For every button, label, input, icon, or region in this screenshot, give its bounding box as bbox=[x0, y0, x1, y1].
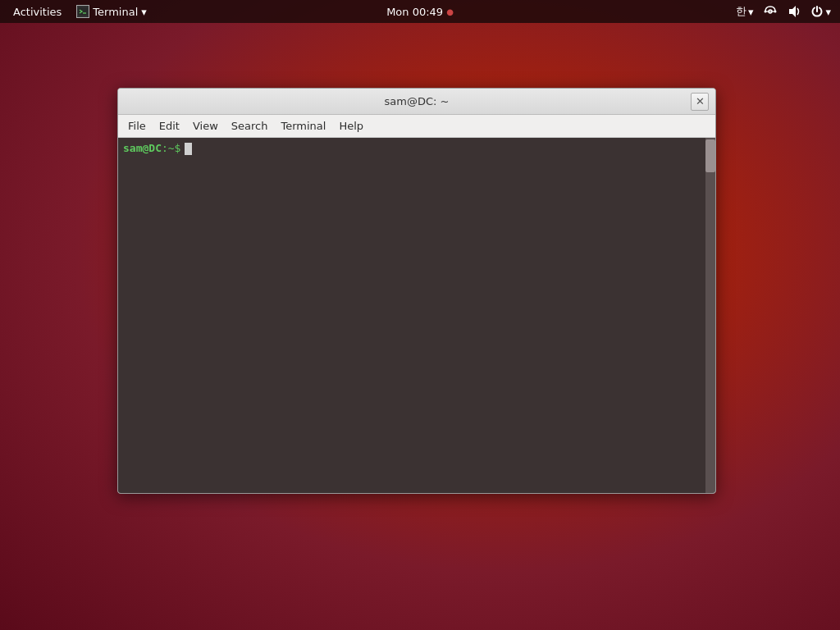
network-button[interactable] bbox=[760, 5, 780, 18]
terminal-body[interactable]: sam@DC :~$ bbox=[118, 138, 715, 493]
power-button[interactable]: ▾ bbox=[808, 5, 833, 18]
svg-marker-6 bbox=[789, 6, 796, 17]
prompt-path: :~$ bbox=[162, 141, 180, 156]
activities-button[interactable]: Activities bbox=[7, 0, 68, 23]
terminal-menubar: File Edit View Search Terminal Help bbox=[118, 115, 715, 138]
clock-display: Mon 00:49 bbox=[386, 6, 443, 18]
app-menu-label: Terminal bbox=[93, 6, 138, 18]
app-menu-button[interactable]: Terminal ▾ bbox=[71, 0, 151, 23]
language-label: 한 bbox=[736, 4, 746, 19]
topbar: Activities Terminal ▾ Mon 00:49 ● 한 ▾ bbox=[0, 0, 840, 23]
terminal-app-icon bbox=[76, 5, 89, 18]
network-icon bbox=[763, 5, 778, 18]
terminal-titlebar: sam@DC: ~ ✕ bbox=[118, 89, 715, 115]
clock-dot: ● bbox=[446, 7, 454, 16]
terminal-window: sam@DC: ~ ✕ File Edit View Search Termin… bbox=[117, 88, 716, 494]
language-chevron: ▾ bbox=[748, 6, 754, 18]
menu-file[interactable]: File bbox=[121, 116, 153, 136]
app-menu-chevron: ▾ bbox=[141, 6, 147, 18]
scrollbar-thumb[interactable] bbox=[705, 139, 715, 172]
menu-help[interactable]: Help bbox=[332, 116, 370, 136]
sound-button[interactable] bbox=[785, 5, 803, 18]
menu-terminal[interactable]: Terminal bbox=[274, 116, 332, 136]
sound-icon bbox=[788, 5, 801, 18]
menu-edit[interactable]: Edit bbox=[153, 116, 186, 136]
prompt-user: sam@DC bbox=[123, 141, 162, 156]
terminal-close-button[interactable]: ✕ bbox=[691, 93, 709, 111]
terminal-content[interactable]: sam@DC :~$ bbox=[118, 138, 705, 493]
terminal-scrollbar[interactable] bbox=[705, 138, 715, 493]
menu-view[interactable]: View bbox=[186, 116, 225, 136]
terminal-title: sam@DC: ~ bbox=[385, 95, 450, 107]
language-button[interactable]: 한 ▾ bbox=[733, 4, 756, 19]
menu-search[interactable]: Search bbox=[225, 116, 275, 136]
terminal-cursor bbox=[185, 143, 192, 155]
terminal-prompt-line: sam@DC :~$ bbox=[123, 141, 701, 156]
power-icon bbox=[810, 5, 824, 18]
topbar-left: Activities Terminal ▾ bbox=[7, 0, 152, 23]
power-chevron: ▾ bbox=[825, 6, 831, 18]
topbar-clock-area[interactable]: Mon 00:49 ● bbox=[386, 6, 454, 18]
topbar-right: 한 ▾ ▾ bbox=[733, 4, 833, 19]
